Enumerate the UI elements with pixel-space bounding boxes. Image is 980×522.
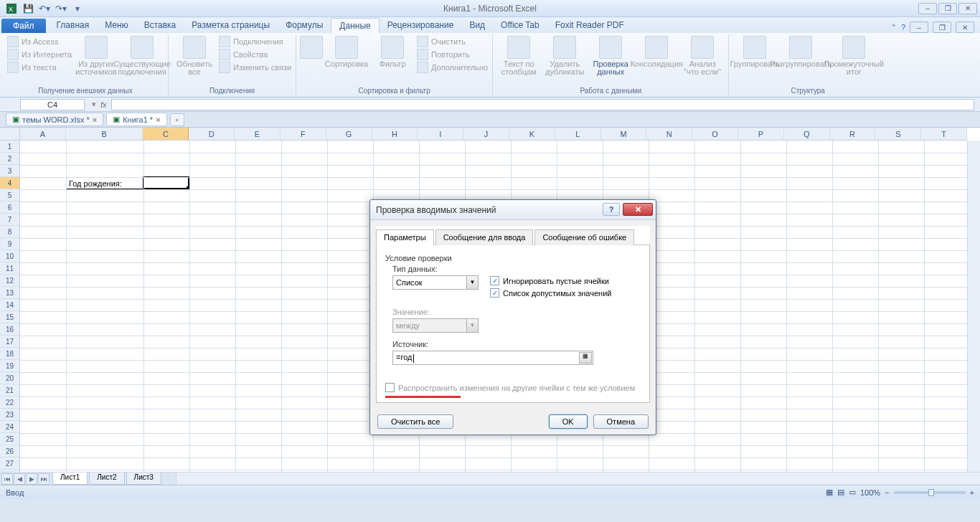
column-header[interactable]: B xyxy=(66,128,143,140)
zoom-level[interactable]: 100% xyxy=(860,488,880,497)
close-icon[interactable]: × xyxy=(93,115,97,124)
row-header[interactable]: 1 xyxy=(0,141,19,153)
type-select[interactable]: Список▼ xyxy=(392,275,479,290)
tab-parameters[interactable]: Параметры xyxy=(376,229,434,245)
row-header[interactable]: 21 xyxy=(0,384,19,397)
column-header[interactable]: J xyxy=(463,128,509,140)
zoom-out-button[interactable]: − xyxy=(885,488,889,497)
close-button[interactable]: ✕ xyxy=(958,3,977,14)
dialog-help-button[interactable]: ? xyxy=(603,203,620,216)
clear-all-button[interactable]: Очистить все xyxy=(377,414,453,429)
edit-links-button[interactable]: Изменить связи xyxy=(219,62,291,73)
column-header[interactable]: Q xyxy=(784,128,830,140)
cell-c4-selected[interactable] xyxy=(143,176,189,189)
ok-button[interactable]: OK xyxy=(549,414,588,429)
qat-customize-icon[interactable]: ▾ xyxy=(70,1,85,16)
maximize-button[interactable]: ❐ xyxy=(938,3,957,14)
refresh-all-button[interactable]: Обновить все xyxy=(173,36,216,76)
workbook-restore-button[interactable]: ❐ xyxy=(933,22,951,33)
sheet-nav-last[interactable]: ⏭ xyxy=(38,473,50,485)
text-to-columns-button[interactable]: Текст по столбцам xyxy=(497,36,540,76)
row-header[interactable]: 17 xyxy=(0,336,19,348)
ribbon-tab-office tab[interactable]: Office Tab xyxy=(493,18,547,33)
remove-duplicates-button[interactable]: Удалить дубликаты xyxy=(543,36,586,76)
row-header[interactable]: 7 xyxy=(0,214,19,226)
row-header[interactable]: 5 xyxy=(0,189,19,201)
data-validation-button[interactable]: Проверка данных xyxy=(589,36,632,76)
ribbon-tab-главная[interactable]: Главная xyxy=(49,18,98,33)
row-header[interactable]: 19 xyxy=(0,360,19,372)
minimize-button[interactable]: – xyxy=(918,3,937,14)
workbook-minimize-button[interactable]: – xyxy=(910,22,928,33)
source-input[interactable]: =год ▦ xyxy=(392,351,593,365)
tab-error-alert[interactable]: Сообщение об ошибке xyxy=(534,229,634,245)
row-header[interactable]: 22 xyxy=(0,397,19,409)
connections-button[interactable]: Подключения xyxy=(219,36,291,47)
save-icon[interactable]: 💾 xyxy=(21,1,35,16)
new-tab-button[interactable]: ▫ xyxy=(170,113,184,126)
column-header[interactable]: D xyxy=(189,128,235,140)
redo-icon[interactable]: ↷▾ xyxy=(54,1,68,16)
propagate-checkbox[interactable]: Распространить изменения на другие ячейк… xyxy=(385,383,635,392)
ungroup-button[interactable]: Разгруппировать xyxy=(779,36,822,68)
row-header[interactable]: 18 xyxy=(0,348,19,360)
select-all-corner[interactable] xyxy=(0,128,20,141)
from-text-button[interactable]: Из текста xyxy=(7,62,72,73)
column-header[interactable]: G xyxy=(326,128,372,140)
workbook-tab[interactable]: ▣ темы WORD.xlsx * × xyxy=(6,113,103,126)
ribbon-tab-формулы[interactable]: Формулы xyxy=(278,18,331,33)
row-header[interactable]: 2 xyxy=(0,153,19,165)
sheet-tab[interactable]: Лист3 xyxy=(126,473,161,485)
sort-az-button[interactable] xyxy=(301,36,322,59)
column-header[interactable]: N xyxy=(646,128,692,140)
column-header[interactable]: E xyxy=(235,128,281,140)
what-if-button[interactable]: Анализ "что если" xyxy=(681,36,724,76)
column-header[interactable]: C xyxy=(143,128,189,140)
dialog-close-button[interactable]: ✕ xyxy=(623,203,653,216)
ribbon-tab-меню[interactable]: Меню xyxy=(97,18,136,33)
close-icon[interactable]: × xyxy=(156,115,160,124)
workbook-close-button[interactable]: ✕ xyxy=(956,22,974,33)
in-cell-dropdown-checkbox[interactable]: ✓Список допустимых значений xyxy=(490,288,611,298)
row-header[interactable]: 26 xyxy=(0,445,19,457)
column-header[interactable]: K xyxy=(509,128,555,140)
cell-b4[interactable]: Год рождения: xyxy=(66,177,143,189)
row-header[interactable]: 3 xyxy=(0,165,19,177)
ribbon-tab-foxit reader pdf[interactable]: Foxit Reader PDF xyxy=(547,18,632,33)
other-sources-button[interactable]: Из других источников xyxy=(75,36,118,76)
tab-input-message[interactable]: Сообщение для ввода xyxy=(435,229,534,245)
namebox-dropdown-icon[interactable]: ▾ xyxy=(92,100,96,109)
column-header[interactable]: H xyxy=(372,128,418,140)
dialog-titlebar[interactable]: Проверка вводимых значений ? ✕ xyxy=(370,200,656,220)
row-header[interactable]: 27 xyxy=(0,457,19,470)
advanced-button[interactable]: Дополнительно xyxy=(417,62,488,73)
horizontal-scrollbar[interactable] xyxy=(176,473,980,485)
column-header[interactable]: P xyxy=(738,128,784,140)
column-header[interactable]: L xyxy=(555,128,601,140)
sheet-nav-prev[interactable]: ◀ xyxy=(14,473,25,485)
column-header[interactable]: A xyxy=(20,128,66,140)
row-header[interactable]: 9 xyxy=(0,238,19,250)
vertical-scrollbar[interactable] xyxy=(967,141,980,472)
minimize-ribbon-icon[interactable]: ⌃ xyxy=(890,23,897,32)
column-header[interactable]: T xyxy=(921,128,967,140)
zoom-slider[interactable] xyxy=(894,491,966,494)
clear-filter-button[interactable]: Очистить xyxy=(417,36,488,47)
ribbon-tab-вид[interactable]: Вид xyxy=(461,18,493,33)
workbook-tab[interactable]: ▣ Книга1 * × xyxy=(106,113,166,126)
reapply-button[interactable]: Повторить xyxy=(417,49,488,60)
view-pagebreak-icon[interactable]: ▭ xyxy=(849,488,856,497)
cancel-button[interactable]: Отмена xyxy=(593,414,649,429)
column-header[interactable]: O xyxy=(692,128,738,140)
subtotal-button[interactable]: Промежуточный итог xyxy=(825,36,882,76)
row-header[interactable]: 12 xyxy=(0,275,19,287)
sheet-nav-next[interactable]: ▶ xyxy=(26,473,37,485)
column-header[interactable]: I xyxy=(418,128,463,140)
existing-connections-button[interactable]: Существующие подключения xyxy=(121,36,164,76)
view-layout-icon[interactable]: ▤ xyxy=(837,488,844,497)
row-header[interactable]: 8 xyxy=(0,226,19,238)
row-header[interactable]: 6 xyxy=(0,201,19,214)
row-header[interactable]: 24 xyxy=(0,421,19,433)
ignore-blank-checkbox[interactable]: ✓Игнорировать пустые ячейки xyxy=(490,276,611,285)
row-header[interactable]: 14 xyxy=(0,299,19,311)
